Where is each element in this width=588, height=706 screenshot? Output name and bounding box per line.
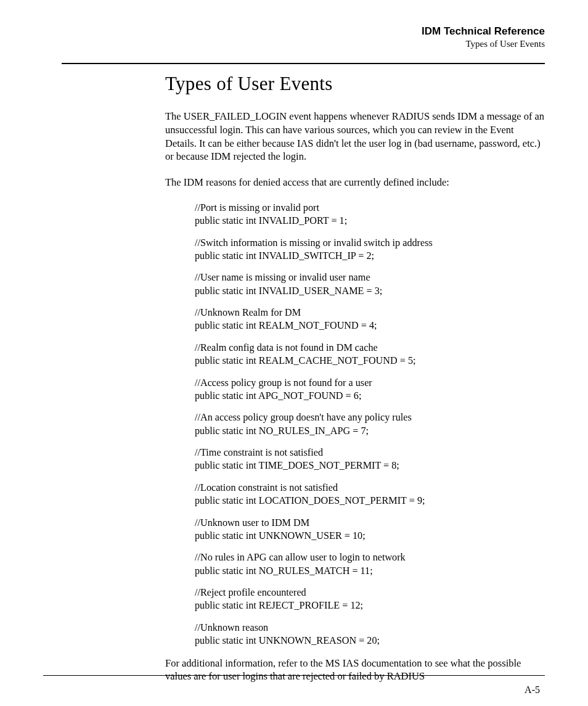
definition-item: //Unknown reason public static int UNKNO… [195, 622, 545, 648]
main-content: Types of User Events The USER_FAILED_LOG… [165, 73, 545, 696]
definition-item: //An access policy group doesn't have an… [195, 411, 545, 438]
definition-decl: public static int LOCATION_DOES_NOT_PERM… [195, 495, 545, 507]
definition-decl: public static int INVALID_SWITCH_IP = 2; [195, 250, 545, 263]
definition-decl: public static int REALM_NOT_FOUND = 4; [195, 319, 545, 332]
definition-item: //No rules in APG can allow user to logi… [195, 551, 545, 578]
definition-decl: public static int NO_RULES_MATCH = 11; [195, 565, 545, 578]
definition-comment: //Unknown Realm for DM [195, 306, 545, 319]
definition-item: //Unknown Realm for DM public static int… [195, 306, 545, 333]
definition-comment: //User name is missing or invalid user n… [195, 271, 545, 284]
header-section-title: Types of User Events [422, 38, 545, 51]
definition-item: //Unknown user to IDM DM public static i… [195, 517, 545, 543]
definition-decl: public static int INVALID_PORT = 1; [195, 215, 545, 228]
bottom-divider [43, 675, 545, 676]
top-divider [62, 63, 545, 64]
definition-item: //Port is missing or invalid port public… [195, 202, 545, 228]
page-number: A-5 [525, 684, 540, 696]
definition-item: //Time constraint is not satisfied publi… [195, 446, 545, 473]
definition-item: //User name is missing or invalid user n… [195, 271, 545, 298]
definition-decl: public static int INVALID_USER_NAME = 3; [195, 285, 545, 298]
definition-decl: public static int NO_RULES_IN_APG = 7; [195, 425, 545, 438]
definition-decl: public static int REJECT_PROFILE = 12; [195, 599, 545, 612]
header-doc-title: IDM Technical Reference [422, 25, 545, 38]
intro-paragraph: The USER_FAILED_LOGIN event happens when… [165, 110, 545, 163]
definition-decl: public static int REALM_CACHE_NOT_FOUND … [195, 355, 545, 367]
definition-comment: //Unknown reason [195, 622, 545, 634]
document-page: IDM Technical Reference Types of User Ev… [0, 0, 588, 706]
definition-item: //Reject profile encountered public stat… [195, 586, 545, 613]
definition-item: //Switch information is missing or inval… [195, 237, 545, 263]
definition-comment: //Unknown user to IDM DM [195, 517, 545, 530]
definition-item: //Access policy group is not found for a… [195, 377, 545, 403]
closing-paragraph: For additional information, refer to the… [165, 657, 545, 684]
definition-comment: //Location constraint is not satisfied [195, 482, 545, 495]
definition-decl: public static int APG_NOT_FOUND = 6; [195, 390, 545, 403]
definition-comment: //Reject profile encountered [195, 586, 545, 599]
definition-comment: //An access policy group doesn't have an… [195, 411, 545, 424]
definition-comment: //Realm config data is not found in DM c… [195, 342, 545, 355]
definition-decl: public static int UNKNOWN_USER = 10; [195, 530, 545, 543]
definition-item: //Realm config data is not found in DM c… [195, 342, 545, 368]
definition-decl: public static int UNKNOWN_REASON = 20; [195, 634, 545, 647]
reasons-intro: The IDM reasons for denied access that a… [165, 176, 545, 189]
definition-comment: //Access policy group is not found for a… [195, 377, 545, 390]
section-heading: Types of User Events [165, 73, 545, 95]
definition-comment: //Port is missing or invalid port [195, 202, 545, 215]
definition-comment: //Time constraint is not satisfied [195, 446, 545, 459]
definition-decl: public static int TIME_DOES_NOT_PERMIT =… [195, 459, 545, 472]
definitions-list: //Port is missing or invalid port public… [195, 202, 545, 648]
definition-comment: //Switch information is missing or inval… [195, 237, 545, 250]
definition-comment: //No rules in APG can allow user to logi… [195, 551, 545, 564]
running-header: IDM Technical Reference Types of User Ev… [422, 25, 545, 51]
definition-item: //Location constraint is not satisfied p… [195, 482, 545, 508]
